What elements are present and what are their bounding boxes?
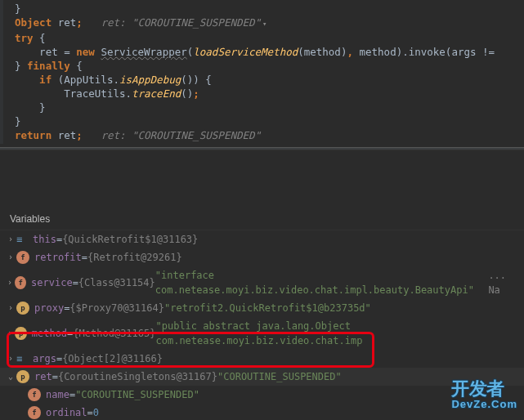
var-value: {QuickRetrofit$1@31163} [62,232,198,247]
var-name: name [46,387,69,402]
array-icon: ≡ [16,232,28,247]
expand-icon[interactable]: › [5,326,15,341]
code-line: } [3,101,524,114]
code-line: try { [3,31,524,45]
keyword: new [76,46,101,58]
brace: { [76,60,83,72]
var-name: service [31,275,73,290]
semi: ; [193,87,199,100]
code-editor[interactable]: } Object ret; ret: "COROUTINE_SUSPENDED"… [0,0,524,144]
keyword: return [15,129,58,141]
equals: = [56,351,62,366]
code-line: TraceUtils.traceEnd(); [3,87,524,101]
parens: () [181,87,193,100]
var-name: ordinal [46,405,87,420]
var-name: ret [34,369,52,384]
var-name: retrofit [34,250,82,265]
array-icon: ≡ [16,351,28,366]
field-icon: f [28,406,41,419]
ellipsis: ... Na [488,268,519,297]
equals: = [69,387,75,402]
method-call: loadServiceMethod [193,46,298,58]
identifier: ret [15,46,64,58]
brace: } [15,60,27,72]
equals: = [56,232,62,247]
identifier: ret [58,16,77,29]
keyword: try [15,32,39,44]
var-row-proxy[interactable]: › p proxy = {$Proxy70@31164} "retrofit2.… [0,299,524,317]
code-line: ret = new ServiceWrapper(loadServiceMeth… [3,45,524,59]
expand-icon[interactable]: › [5,301,16,315]
field-icon: f [16,251,29,264]
expand-icon[interactable]: › [5,232,16,247]
brace: { [39,32,46,44]
semi: ; [76,16,101,29]
code-line: return ret; ret: "COROUTINE_SUSPENDED" [3,128,524,142]
field-icon: f [15,276,26,289]
var-name: method [32,326,67,341]
equals: = [67,326,73,341]
equals: = [87,405,93,420]
brace: } [15,101,46,114]
keyword: Object [15,16,58,29]
var-value: {Method@31165} [73,326,155,341]
equals: = [73,275,78,290]
args: (method) [298,46,347,58]
var-row-ret[interactable]: ⌄ p ret = {CoroutineSingletons@31167} "C… [0,368,524,386]
indent [15,74,39,86]
code-line: Object ret; ret: "COROUTINE_SUSPENDED"▾ [3,16,524,31]
var-row-retrofit[interactable]: › f retrofit = {Retrofit@29261} [0,248,524,266]
inline-hint: ret: "COROUTINE_SUSPENDED" [101,16,261,29]
collapse-icon[interactable]: ⌄ [5,369,16,384]
class-name: ServiceWrapper [101,46,186,58]
chevron-down-icon[interactable]: ▾ [262,20,266,28]
var-name: this [33,232,56,247]
variables-panel: Variables › ≡ this = {QuickRetrofit$1@31… [0,208,524,420]
var-row-this[interactable]: › ≡ this = {QuickRetrofit$1@31163} [0,230,524,248]
semi: ; [76,129,101,141]
inline-hint: ret: "COROUTINE_SUSPENDED" [101,129,261,141]
op: = [64,46,76,58]
param-icon: p [16,302,29,315]
panel-title: Variables [0,208,524,230]
var-row-ordinal[interactable]: f ordinal = 0 [0,404,524,420]
expand-icon[interactable]: › [5,250,16,265]
var-value: {CoroutineSingletons@31167} [58,369,217,384]
expand-icon[interactable]: › [5,275,15,290]
var-value: {Object[2]@31166} [62,351,163,366]
code-line: } finally { [3,59,524,73]
method-call: traceEnd [132,87,181,100]
var-string: "public abstract java.lang.Object com.ne… [156,319,520,348]
comma: , [347,46,359,58]
var-value: 0 [93,405,99,420]
var-string: "interface com.netease.moyi.biz.video.ch… [155,268,489,297]
equals: = [64,301,69,315]
var-string: "COROUTINE_SUSPENDED" [217,369,342,384]
identifier: ret [58,129,77,141]
equals: = [82,250,87,265]
param-icon: p [15,327,26,340]
brace: } [15,115,21,127]
var-row-method[interactable]: › p method = {Method@31165} "public abst… [0,317,524,350]
var-row-name[interactable]: f name = "COROUTINE_SUSPENDED" [0,386,524,404]
expand-icon[interactable]: › [5,351,16,366]
keyword: finally [27,60,76,72]
field-icon: f [28,388,41,401]
var-value: {Retrofit@29261} [87,250,182,265]
code-line: if (AppUtils.isAppDebug()) { [3,73,524,87]
var-row-args[interactable]: › ≡ args = {Object[2]@31166} [0,350,524,368]
code: (AppUtils. [58,74,119,86]
brace: } [15,2,21,15]
keyword: if [39,74,58,86]
code-line: } [3,114,524,128]
var-row-service[interactable]: › f service = {Class@31154} "interface c… [0,266,524,299]
var-value: {$Proxy70@31164} [69,301,164,315]
var-string: "retrofit2.QuickRetrofit$1@b23735d" [164,301,371,315]
code: method).invoke(args != [360,46,495,58]
code-line: } [3,2,524,16]
spacer [0,150,524,208]
method-call: isAppDebug [119,74,181,86]
equals: = [52,369,58,384]
var-value: {Class@31154} [78,275,155,290]
code: ()) { [181,74,212,86]
